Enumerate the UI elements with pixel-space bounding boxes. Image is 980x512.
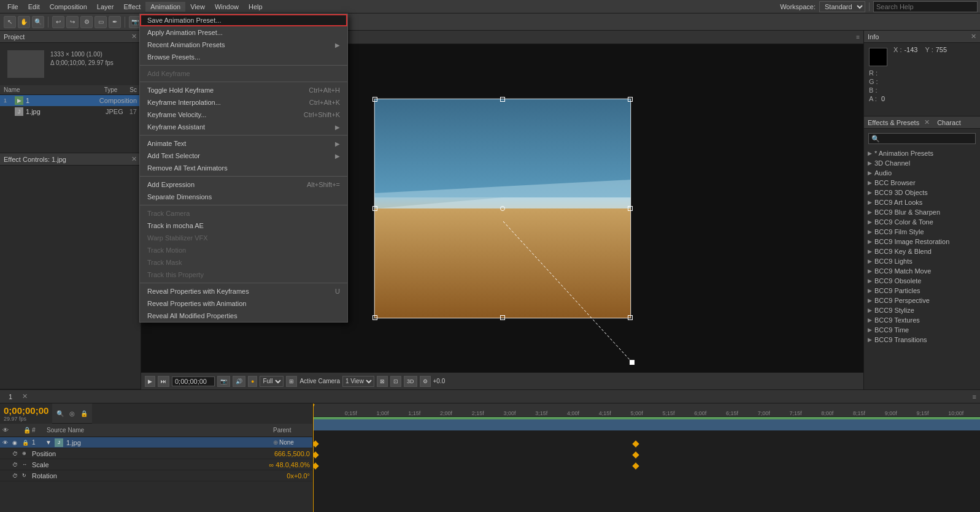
menu-composition[interactable]: Composition xyxy=(45,2,92,12)
pen-tool[interactable]: ✒ xyxy=(109,16,121,28)
menu-layer[interactable]: Layer xyxy=(92,2,119,12)
menu-item-reveal-keyframes[interactable]: Reveal Properties with KeyframesU xyxy=(140,285,347,297)
layer-track[interactable] xyxy=(313,419,980,430)
rect-tool[interactable]: ▭ xyxy=(95,16,107,28)
hand-tool[interactable]: ✋ xyxy=(18,16,30,28)
menu-animation[interactable]: Animation xyxy=(145,2,185,12)
viewer-play-btn[interactable]: ▶ xyxy=(145,376,155,387)
timeline-panel-menu[interactable]: ≡ xyxy=(973,393,976,400)
handle-tc[interactable] xyxy=(500,97,505,102)
menu-help[interactable]: Help xyxy=(244,2,268,12)
viewer-grid-btn[interactable]: ⊞ xyxy=(286,376,297,387)
project-item-comp[interactable]: 1 ▶ 1 Composition xyxy=(0,95,141,106)
effect-controls-close[interactable]: ✕ xyxy=(131,155,137,163)
keyframe-pos-start[interactable] xyxy=(313,440,319,447)
menu-item-animate-text[interactable]: Animate Text▶ xyxy=(140,137,347,150)
handle-br[interactable] xyxy=(628,315,633,320)
undo-btn[interactable]: ↩ xyxy=(52,16,64,28)
viewer-quality-select[interactable]: Full xyxy=(260,376,284,387)
zoom-tool[interactable]: 🔍 xyxy=(32,16,44,28)
effects-category-item[interactable]: ▶BCC9 Film Style xyxy=(864,227,980,237)
effects-category-item[interactable]: ▶BCC9 Art Looks xyxy=(864,197,980,207)
handle-bl[interactable] xyxy=(372,315,377,320)
viewer-camera-icon[interactable]: 📷 xyxy=(217,376,230,387)
effects-category-item[interactable]: ▶BCC9 Textures xyxy=(864,315,980,325)
tl-search-btn[interactable]: 🔍 xyxy=(55,410,66,418)
effects-category-item[interactable]: ▶BCC9 Transitions xyxy=(864,335,980,345)
keyframe-scale-start[interactable] xyxy=(313,451,319,458)
effects-panel-close-x[interactable]: ✕ xyxy=(924,118,930,126)
project-item-jpg[interactable]: J 1.jpg JPEG 17 xyxy=(0,106,141,117)
effects-category-item[interactable]: ▶BCC9 Stylize xyxy=(864,305,980,315)
effects-category-item[interactable]: ▶BCC9 Perspective xyxy=(864,296,980,305)
project-panel-close[interactable]: ✕ xyxy=(131,32,137,40)
layer-parent-value[interactable]: None xyxy=(279,439,310,446)
menu-item-add-expression[interactable]: Add ExpressionAlt+Shift+= xyxy=(140,178,347,191)
effects-category-item[interactable]: ▶Audio xyxy=(864,168,980,178)
menu-item-reveal-animation[interactable]: Reveal Properties with Animation xyxy=(140,297,347,310)
effects-category-item[interactable]: ▶* Animation Presets xyxy=(864,148,980,158)
menu-item-recent-presets[interactable]: Recent Animation Presets▶ xyxy=(140,39,347,51)
workspace-select[interactable]: Standard xyxy=(819,1,865,12)
effects-category-item[interactable]: ▶BCC9 Match Move xyxy=(864,266,980,276)
viewer-snap-btn[interactable]: ⊡ xyxy=(390,376,401,387)
viewer-3d-btn[interactable]: 3D xyxy=(404,376,417,387)
menu-item-track-mocha[interactable]: Track in mocha AE xyxy=(140,220,347,232)
settings-btn[interactable]: ⚙ xyxy=(80,16,93,28)
effects-char-tab[interactable]: Charact xyxy=(937,119,961,126)
menu-window[interactable]: Window xyxy=(210,2,244,12)
menu-item-browse-presets[interactable]: Browse Presets... xyxy=(140,51,347,63)
timeline-scale-row[interactable]: ⏱ ↔ Scale ∞ 48.0,48.0% xyxy=(0,459,312,470)
menu-file[interactable]: File xyxy=(2,2,23,12)
rotation-stopwatch[interactable]: ⏱ xyxy=(12,473,21,479)
viewer-panel-controls[interactable]: ≡ xyxy=(852,34,863,40)
menu-item-keyframe-velocity[interactable]: Keyframe Velocity...Ctrl+Shift+K xyxy=(140,109,347,121)
keyframe-pos-mid[interactable] xyxy=(632,440,639,447)
menu-item-apply-preset[interactable]: Apply Animation Preset... xyxy=(140,26,347,39)
menu-edit[interactable]: Edit xyxy=(23,2,45,12)
effects-search-input[interactable] xyxy=(868,133,976,144)
layer-parent-icon[interactable]: ⊕ xyxy=(273,439,278,446)
effects-category-item[interactable]: ▶BCC9 Color & Tone xyxy=(864,217,980,227)
menu-item-add-text-selector[interactable]: Add Text Selector▶ xyxy=(140,150,347,162)
effects-category-item[interactable]: ▶BCC Browser xyxy=(864,178,980,188)
layer-lock-icon[interactable]: 🔒 xyxy=(22,440,31,446)
tl-solo-btn[interactable]: ◎ xyxy=(68,410,77,418)
effects-category-item[interactable]: ▶BCC9 Key & Blend xyxy=(864,246,980,256)
effects-category-item[interactable]: ▶BCC9 Particles xyxy=(864,286,980,296)
playhead[interactable] xyxy=(313,403,314,512)
info-panel-close[interactable]: ✕ xyxy=(971,32,976,40)
redo-btn[interactable]: ↪ xyxy=(66,16,79,28)
effects-category-item[interactable]: ▶BCC9 Lights xyxy=(864,256,980,266)
timeline-rotation-row[interactable]: ⏱ ↻ Rotation 0x+0.0° xyxy=(0,470,312,481)
handle-bc[interactable] xyxy=(500,315,505,320)
menu-effect[interactable]: Effect xyxy=(118,2,145,12)
effects-category-item[interactable]: ▶BCC9 Time xyxy=(864,325,980,335)
selection-tool[interactable]: ↖ xyxy=(4,16,16,28)
timeline-comp-tab[interactable]: 1 xyxy=(4,392,17,402)
menu-item-toggle-hold[interactable]: Toggle Hold KeyframeCtrl+Alt+H xyxy=(140,84,347,96)
viewer-render-btn[interactable]: ⚙ xyxy=(420,376,431,387)
effects-category-item[interactable]: ▶BCC9 3D Objects xyxy=(864,188,980,197)
effects-category-item[interactable]: ▶BCC9 Obsolete xyxy=(864,276,980,286)
layer-expand[interactable]: ▼ xyxy=(45,439,52,446)
position-stopwatch[interactable]: ⏱ xyxy=(12,451,21,457)
viewer-audio-btn[interactable]: 🔊 xyxy=(233,376,245,387)
handle-tl[interactable] xyxy=(372,97,377,102)
handle-tr[interactable] xyxy=(628,97,633,102)
search-input[interactable] xyxy=(873,1,978,12)
viewer-step-btn[interactable]: ⏭ xyxy=(158,376,169,387)
effects-category-item[interactable]: ▶BCC9 Blur & Sharpen xyxy=(864,207,980,217)
layer-solo-icon[interactable]: ◉ xyxy=(12,440,21,446)
keyframe-scale-mid[interactable] xyxy=(632,451,639,458)
handle-mr[interactable] xyxy=(628,206,633,211)
menu-item-remove-text-animators[interactable]: Remove All Text Animators xyxy=(140,162,347,174)
viewer-color-btn[interactable]: ● xyxy=(248,376,257,387)
handle-ml[interactable] xyxy=(372,206,377,211)
menu-view[interactable]: View xyxy=(185,2,210,12)
menu-item-separate-dimensions[interactable]: Separate Dimensions xyxy=(140,191,347,203)
menu-item-save-preset[interactable]: Save Animation Preset... xyxy=(140,14,347,26)
effects-category-item[interactable]: ▶BCC9 Image Restoration xyxy=(864,237,980,246)
keyframe-rot-mid[interactable] xyxy=(632,462,639,469)
timeline-layer-row[interactable]: 👁 ◉ 🔒 1 ▼ J 1.jpg ⊕ None xyxy=(0,437,312,448)
